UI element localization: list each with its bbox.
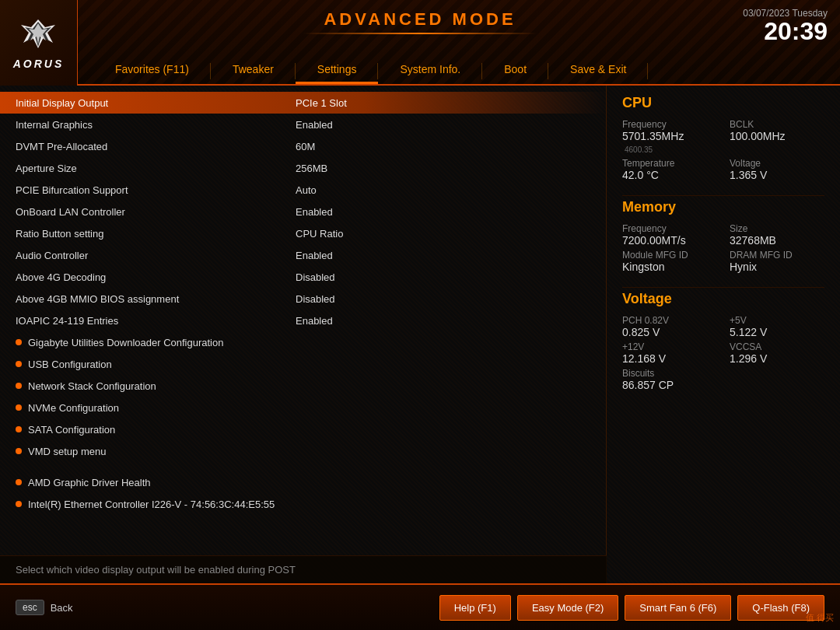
memory-grid: Frequency 7200.00MT/s Size 32768MB Modul… — [622, 223, 824, 273]
esc-key-badge: esc — [16, 600, 44, 615]
memory-section: Memory Frequency 7200.00MT/s Size 32768M… — [622, 199, 824, 273]
tab-tweaker[interactable]: Tweaker — [211, 57, 296, 84]
tab-sysinfo[interactable]: System Info. — [378, 57, 482, 84]
mem-dram-block: DRAM MFG ID Hynix — [730, 250, 824, 273]
bullet-amd-graphic — [16, 479, 22, 485]
settings-row-sata-config[interactable]: SATA Configuration — [0, 418, 606, 440]
tab-settings[interactable]: Settings — [296, 57, 379, 84]
v-pch-block: PCH 0.82V 0.825 V — [622, 315, 717, 338]
esc-button[interactable]: esc Back — [16, 600, 73, 615]
nav-tabs: Favorites (F11) Tweaker Settings System … — [78, 41, 840, 84]
header: AORUS ADVANCED MODE 03/07/2023 Tuesday 2… — [0, 0, 840, 86]
v-12v-block: +12V 12.168 V — [622, 341, 717, 365]
spacer — [0, 462, 606, 471]
bullet-usb-config — [16, 361, 22, 367]
settings-panel: Initial Display Output PCIe 1 Slot Inter… — [0, 86, 607, 583]
help-button[interactable]: Help (F1) — [439, 595, 511, 621]
bullet-sata-config — [16, 426, 22, 432]
tab-boot[interactable]: Boot — [482, 57, 548, 84]
status-row-amd-graphic[interactable]: AMD Graphic Driver Health — [0, 471, 606, 493]
settings-row-dvmt[interactable]: DVMT Pre-Allocated 60M — [0, 135, 606, 157]
settings-row-vmd-setup[interactable]: VMD setup menu — [0, 440, 606, 462]
settings-row-pcie-bifurcation[interactable]: PCIE Bifurcation Support Auto — [0, 179, 606, 201]
cpu-section: CPU Frequency 5701.35MHz 4600.35 BCLK 10… — [622, 95, 824, 181]
voltage-grid: PCH 0.82V 0.825 V +5V 5.122 V +12V 12.16… — [622, 315, 824, 391]
bullet-vmd-setup — [16, 448, 22, 454]
cpu-freq-label: Frequency 5701.35MHz 4600.35 — [622, 119, 717, 155]
info-panel: CPU Frequency 5701.35MHz 4600.35 BCLK 10… — [607, 86, 840, 583]
settings-row-onboard-lan[interactable]: OnBoard LAN Controller Enabled — [0, 201, 606, 222]
tab-favorites[interactable]: Favorites (F11) — [93, 57, 211, 84]
settings-row-initial-display[interactable]: Initial Display Output PCIe 1 Slot — [0, 92, 606, 114]
mem-freq-block: Frequency 7200.00MT/s — [622, 223, 717, 247]
esc-action-label: Back — [51, 602, 73, 614]
cpu-voltage-block: Voltage 1.365 V — [730, 158, 824, 181]
easy-mode-button[interactable]: Easy Mode (F2) — [517, 595, 618, 621]
v-5v-block: +5V 5.122 V — [730, 315, 824, 338]
bullet-network-stack — [16, 383, 22, 389]
logo-area: AORUS — [0, 0, 78, 86]
voltage-section: Voltage PCH 0.82V 0.825 V +5V 5.122 V +1… — [622, 291, 824, 391]
tab-save-exit[interactable]: Save & Exit — [548, 57, 648, 84]
aorus-eagle-icon — [17, 16, 60, 54]
divider-2 — [622, 287, 824, 288]
bullet-nvme-config — [16, 404, 22, 411]
logo-text: AORUS — [13, 58, 65, 70]
smart-fan-button[interactable]: Smart Fan 6 (F6) — [625, 595, 731, 621]
page-title: ADVANCED MODE — [324, 9, 516, 30]
datetime-time: 20:39 — [743, 19, 828, 44]
bullet-intel-eth — [16, 501, 22, 507]
cpu-grid: Frequency 5701.35MHz 4600.35 BCLK 100.00… — [622, 119, 824, 181]
cpu-freq-value: 5701.35MHz 4600.35 — [622, 130, 717, 155]
datetime: 03/07/2023 Tuesday 20:39 — [743, 8, 828, 44]
settings-row-usb-config[interactable]: USB Configuration — [0, 353, 606, 375]
description-bar: Select which video display output will b… — [0, 555, 607, 583]
cpu-bclk-block: BCLK 100.00MHz — [730, 119, 824, 155]
voltage-title: Voltage — [622, 291, 824, 307]
v-vccsa-block: VCCSA 1.296 V — [730, 341, 824, 365]
status-row-intel-eth[interactable]: Intel(R) Ethernet Controller I226-V - 74… — [0, 493, 606, 515]
memory-title: Memory — [622, 199, 824, 215]
settings-row-nvme-config[interactable]: NVMe Configuration — [0, 397, 606, 418]
settings-row-aperture[interactable]: Aperture Size 256MB — [0, 157, 606, 179]
main-container: AORUS ADVANCED MODE 03/07/2023 Tuesday 2… — [0, 0, 840, 630]
title-underline — [303, 33, 537, 34]
settings-row-above4g[interactable]: Above 4G Decoding Disabled — [0, 266, 606, 288]
settings-row-ioapic[interactable]: IOAPIC 24-119 Entries Enabled — [0, 310, 606, 331]
v-biscuits-block: Biscuits 86.857 CP — [622, 368, 717, 391]
bottom-toolbar: esc Back Help (F1) Easy Mode (F2) Smart … — [0, 583, 840, 630]
settings-row-gigabyte-utils[interactable]: Gigabyte Utilities Downloader Configurat… — [0, 331, 606, 353]
watermark: 值 得买 — [806, 612, 834, 624]
settings-row-internal-graphics[interactable]: Internal Graphics Enabled — [0, 114, 606, 135]
settings-row-network-stack[interactable]: Network Stack Configuration — [0, 375, 606, 397]
mem-size-block: Size 32768MB — [730, 223, 824, 247]
cpu-title: CPU — [622, 95, 824, 111]
mem-module-block: Module MFG ID Kingston — [622, 250, 717, 273]
settings-row-audio[interactable]: Audio Controller Enabled — [0, 244, 606, 266]
settings-row-ratio-button[interactable]: Ratio Button setting CPU Ratio — [0, 222, 606, 244]
content-area: Initial Display Output PCIe 1 Slot Inter… — [0, 86, 840, 583]
cpu-temp-block: Temperature 42.0 °C — [622, 158, 717, 181]
settings-row-mmio[interactable]: Above 4GB MMIO BIOS assignment Disabled — [0, 288, 606, 310]
bullet-gigabyte-utils — [16, 339, 22, 345]
divider-1 — [622, 195, 824, 196]
